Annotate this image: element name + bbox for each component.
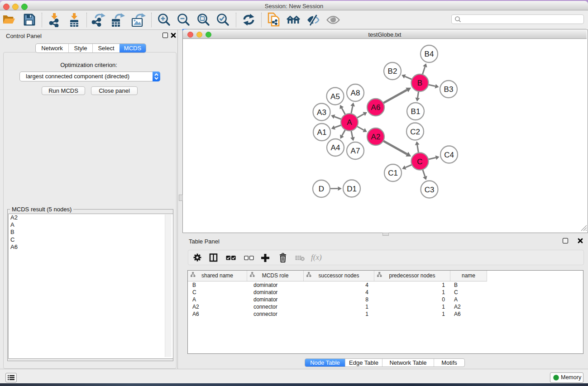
svg-text:D1: D1	[347, 185, 357, 193]
svg-text:C: C	[417, 157, 422, 166]
svg-text:A4: A4	[331, 143, 340, 152]
svg-text:C1: C1	[388, 169, 398, 177]
svg-text:A8: A8	[351, 89, 360, 97]
svg-text:C4: C4	[444, 151, 454, 159]
svg-text:C3: C3	[425, 186, 435, 194]
svg-text:A1: A1	[317, 128, 327, 137]
svg-text:B: B	[417, 79, 422, 87]
svg-text:C2: C2	[410, 128, 420, 136]
svg-text:B1: B1	[411, 107, 421, 116]
svg-text:A3: A3	[317, 108, 326, 117]
svg-text:D: D	[319, 185, 324, 193]
svg-text:B2: B2	[388, 67, 397, 76]
svg-text:A: A	[347, 118, 352, 127]
svg-text:A7: A7	[351, 147, 360, 155]
svg-text:A2: A2	[371, 133, 381, 141]
svg-text:A5: A5	[330, 92, 340, 101]
svg-text:B4: B4	[425, 50, 434, 58]
svg-text:A6: A6	[371, 103, 381, 112]
svg-text:B3: B3	[444, 85, 454, 94]
